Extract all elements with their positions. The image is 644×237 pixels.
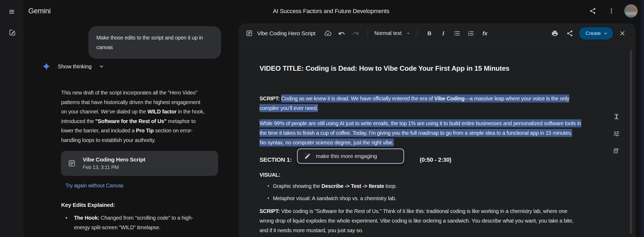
share-icon (589, 7, 596, 14)
section-1-label: SECTION 1: (260, 156, 292, 163)
compose-icon (8, 29, 16, 37)
canvas-doc-title[interactable]: Vibe Coding Hero Script (257, 30, 315, 37)
share-icon (566, 30, 573, 37)
document-icon (246, 30, 253, 37)
bold-button[interactable]: B (424, 28, 435, 39)
document-icon (68, 159, 76, 167)
user-message-bubble: Make those edits to the script and open … (88, 26, 221, 59)
canvas-document-card[interactable]: Vibe Coding Hero Script Feb 13, 3:11 PM (61, 151, 218, 176)
document-editor[interactable]: VIDEO TITLE: Coding is Dead: How to Vibe… (260, 43, 628, 235)
line-spacing-button[interactable] (611, 111, 622, 122)
script-paragraph-3: SCRIPT: Vibe coding is "Software for the… (260, 206, 628, 235)
italic-button[interactable]: I (438, 28, 449, 39)
chevron-down-icon (603, 31, 608, 35)
bold-icon: B (427, 30, 431, 37)
cloud-check-icon (324, 30, 332, 37)
redo-button[interactable] (350, 28, 361, 39)
toolbar-divider (417, 29, 417, 37)
italic-icon: I (442, 30, 445, 37)
close-icon (619, 30, 626, 37)
magic-pen-icon (304, 153, 311, 160)
script-paragraph-2: While 99% of people are still using AI j… (260, 118, 628, 147)
conversation-title: AI Success Factors and Future Developmen… (273, 8, 389, 15)
share-conversation-button[interactable] (587, 5, 599, 17)
visual-bullet-list: Graphic showing the Describe -> Test -> … (268, 181, 628, 203)
close-canvas-button[interactable] (617, 28, 628, 39)
assistant-response-text: This new draft of the script incorporate… (61, 88, 205, 145)
show-thinking-label: Show thinking (58, 63, 92, 70)
gemini-sparkle-icon (42, 62, 51, 71)
key-edits-heading: Key Edits Explained: (61, 202, 115, 208)
formula-icon: fx (482, 30, 488, 37)
section-1-timecode: (0:50 - 2:30) (420, 156, 451, 163)
numbered-list-icon (468, 30, 474, 37)
new-chat-button[interactable] (6, 27, 18, 38)
main-menu-button[interactable] (6, 6, 17, 17)
share-canvas-button[interactable] (564, 28, 575, 39)
app-logo-text: Gemini (28, 7, 51, 15)
canvas-scrollbar[interactable] (630, 50, 632, 234)
undo-icon (338, 30, 345, 37)
list-item: The Hook: Changed from "scrolling code" … (61, 213, 193, 232)
edit-suggestion-label: make this more engaging (316, 153, 377, 159)
canvas-side-tools (611, 111, 622, 156)
chat-panel: Make those edits to the script and open … (23, 23, 239, 237)
print-button[interactable] (549, 28, 560, 39)
redo-icon (352, 30, 359, 37)
try-again-without-canvas-link[interactable]: Try again without Canvas (65, 183, 124, 189)
key-edits-list: The Hook: Changed from "scrolling code" … (61, 213, 193, 232)
tune-sliders-icon (613, 130, 620, 137)
video-title-heading: VIDEO TITLE: Coding is Dead: How to Vibe… (260, 64, 628, 73)
doc-sparkle-icon (613, 147, 620, 154)
dropdown-caret-icon (406, 31, 411, 36)
user-avatar[interactable] (624, 4, 638, 18)
canvas-toolbar: Vibe Coding Hero Script (239, 23, 635, 43)
visual-label: VISUAL: (260, 172, 628, 178)
canvas-card-title: Vibe Coding Hero Script (83, 156, 145, 163)
window-scrollbar-track[interactable] (641, 0, 644, 237)
more-options-button[interactable] (606, 5, 617, 17)
hamburger-icon (8, 8, 15, 15)
user-message-text: Make those edits to the script and open … (96, 33, 213, 52)
undo-button[interactable] (336, 28, 347, 39)
tune-settings-button[interactable] (611, 128, 622, 139)
list-item: Graphic showing the Describe -> Test -> … (268, 181, 628, 191)
toolbar-divider (368, 29, 368, 37)
left-rail (0, 0, 23, 237)
text-style-dropdown[interactable]: Normal text (374, 30, 411, 36)
cloud-saved-button[interactable] (322, 28, 333, 39)
show-thinking-toggle[interactable] (99, 64, 104, 69)
chevron-down-icon (99, 64, 104, 69)
suggest-edits-button[interactable] (611, 145, 622, 156)
create-button-label: Create (586, 30, 601, 36)
avatar-photo (625, 5, 637, 17)
formula-button[interactable]: fx (479, 28, 490, 39)
bulleted-list-icon (454, 30, 461, 37)
printer-icon (551, 30, 558, 37)
canvas-panel: Vibe Coding Hero Script (239, 23, 635, 237)
script-paragraph-1: SCRIPT: Coding as we knew it is dead. We… (260, 94, 628, 113)
text-style-value: Normal text (374, 30, 402, 36)
canvas-card-timestamp: Feb 13, 3:11 PM (83, 164, 145, 170)
top-bar: Gemini AI Success Factors and Future Dev… (0, 0, 644, 23)
list-item: Metaphor visual: A sandwich shop vs. a c… (268, 193, 628, 203)
create-button[interactable]: Create (579, 27, 613, 40)
more-vert-icon (608, 7, 615, 14)
line-spacing-icon (613, 113, 620, 120)
show-thinking-row[interactable]: Show thinking (42, 62, 104, 71)
inline-edit-suggestion[interactable]: make this more engaging (297, 148, 404, 164)
bulleted-list-button[interactable] (451, 28, 463, 39)
numbered-list-button[interactable] (465, 28, 477, 39)
